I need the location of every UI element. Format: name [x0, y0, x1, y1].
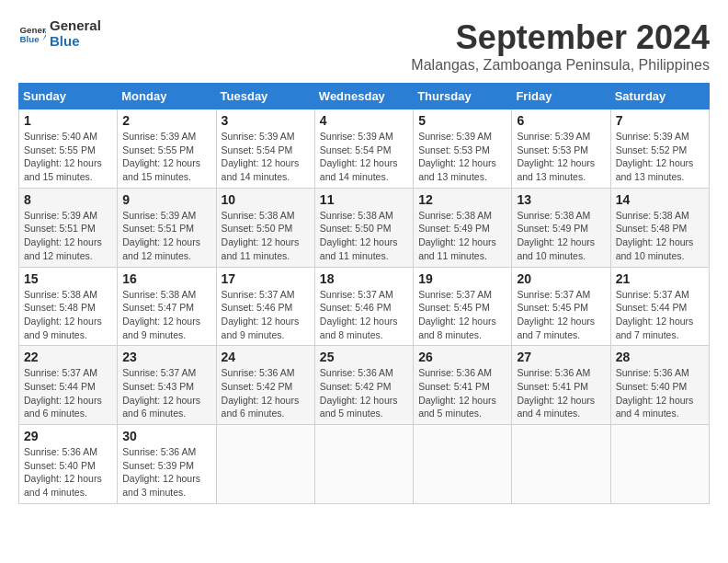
calendar-cell: 15 Sunrise: 5:38 AMSunset: 5:48 PMDaylig… — [19, 267, 118, 346]
svg-text:Blue: Blue — [20, 34, 40, 44]
svg-text:General: General — [20, 24, 47, 34]
calendar-cell: 27 Sunrise: 5:36 AMSunset: 5:41 PMDaylig… — [512, 346, 610, 425]
calendar-cell: 25 Sunrise: 5:36 AMSunset: 5:42 PMDaylig… — [314, 346, 413, 425]
day-info: Sunrise: 5:39 AMSunset: 5:54 PMDaylight:… — [320, 130, 408, 184]
calendar-cell: 28 Sunrise: 5:36 AMSunset: 5:40 PMDaylig… — [610, 346, 709, 425]
logo-text: GeneralBlue — [50, 18, 101, 49]
calendar-cell: 5 Sunrise: 5:39 AMSunset: 5:53 PMDayligh… — [414, 109, 512, 189]
day-number: 16 — [122, 271, 210, 286]
day-number: 14 — [616, 192, 704, 207]
day-number: 26 — [418, 350, 506, 364]
day-info: Sunrise: 5:38 AMSunset: 5:47 PMDaylight:… — [122, 288, 210, 342]
calendar-cell: 8 Sunrise: 5:39 AMSunset: 5:51 PMDayligh… — [19, 188, 118, 267]
day-info: Sunrise: 5:39 AMSunset: 5:55 PMDaylight:… — [122, 130, 210, 184]
column-header-saturday: Saturday — [610, 84, 709, 109]
day-info: Sunrise: 5:37 AMSunset: 5:43 PMDaylight:… — [122, 366, 210, 420]
calendar-cell: 2 Sunrise: 5:39 AMSunset: 5:55 PMDayligh… — [118, 109, 216, 189]
day-info: Sunrise: 5:37 AMSunset: 5:44 PMDaylight:… — [616, 288, 704, 342]
day-number: 18 — [320, 271, 408, 286]
day-number: 7 — [616, 113, 704, 128]
day-info: Sunrise: 5:39 AMSunset: 5:53 PMDaylight:… — [418, 130, 506, 184]
day-info: Sunrise: 5:38 AMSunset: 5:49 PMDaylight:… — [418, 209, 506, 263]
day-info: Sunrise: 5:39 AMSunset: 5:54 PMDaylight:… — [222, 130, 310, 184]
column-header-wednesday: Wednesday — [314, 84, 413, 109]
calendar-cell: 17 Sunrise: 5:37 AMSunset: 5:46 PMDaylig… — [216, 267, 314, 346]
calendar-cell: 20 Sunrise: 5:37 AMSunset: 5:45 PMDaylig… — [512, 267, 610, 346]
calendar-cell: 29 Sunrise: 5:36 AMSunset: 5:40 PMDaylig… — [19, 425, 118, 504]
day-info: Sunrise: 5:36 AMSunset: 5:42 PMDaylight:… — [222, 366, 310, 420]
logo: General Blue GeneralBlue — [18, 18, 101, 49]
calendar-week-3: 15 Sunrise: 5:38 AMSunset: 5:48 PMDaylig… — [19, 267, 710, 346]
day-info: Sunrise: 5:36 AMSunset: 5:42 PMDaylight:… — [320, 366, 408, 420]
calendar-cell: 11 Sunrise: 5:38 AMSunset: 5:50 PMDaylig… — [314, 188, 413, 267]
calendar-cell: 21 Sunrise: 5:37 AMSunset: 5:44 PMDaylig… — [610, 267, 709, 346]
day-info: Sunrise: 5:39 AMSunset: 5:52 PMDaylight:… — [616, 130, 704, 184]
calendar-cell: 9 Sunrise: 5:39 AMSunset: 5:51 PMDayligh… — [118, 188, 216, 267]
calendar-cell: 6 Sunrise: 5:39 AMSunset: 5:53 PMDayligh… — [512, 109, 610, 189]
day-info: Sunrise: 5:39 AMSunset: 5:51 PMDaylight:… — [122, 209, 210, 263]
calendar-header-row: SundayMondayTuesdayWednesdayThursdayFrid… — [19, 84, 710, 109]
day-info: Sunrise: 5:36 AMSunset: 5:41 PMDaylight:… — [418, 366, 506, 420]
day-number: 22 — [24, 350, 112, 364]
calendar-cell: 14 Sunrise: 5:38 AMSunset: 5:48 PMDaylig… — [610, 188, 709, 267]
calendar-cell: 13 Sunrise: 5:38 AMSunset: 5:49 PMDaylig… — [512, 188, 610, 267]
column-header-sunday: Sunday — [19, 84, 118, 109]
calendar-cell: 4 Sunrise: 5:39 AMSunset: 5:54 PMDayligh… — [314, 109, 413, 189]
day-info: Sunrise: 5:40 AMSunset: 5:55 PMDaylight:… — [24, 130, 112, 184]
day-number: 10 — [222, 192, 310, 207]
day-info: Sunrise: 5:37 AMSunset: 5:46 PMDaylight:… — [222, 288, 310, 342]
day-number: 2 — [122, 113, 210, 128]
calendar-cell — [610, 425, 709, 504]
day-info: Sunrise: 5:36 AMSunset: 5:40 PMDaylight:… — [24, 445, 112, 500]
day-info: Sunrise: 5:38 AMSunset: 5:48 PMDaylight:… — [616, 209, 704, 263]
location: Malangas, Zamboanga Peninsula, Philippin… — [411, 57, 710, 74]
calendar-cell — [314, 425, 413, 504]
day-number: 3 — [222, 113, 310, 128]
day-info: Sunrise: 5:36 AMSunset: 5:41 PMDaylight:… — [517, 366, 605, 420]
calendar-cell: 23 Sunrise: 5:37 AMSunset: 5:43 PMDaylig… — [118, 346, 216, 425]
day-info: Sunrise: 5:38 AMSunset: 5:48 PMDaylight:… — [24, 288, 112, 342]
calendar-cell: 10 Sunrise: 5:38 AMSunset: 5:50 PMDaylig… — [216, 188, 314, 267]
day-number: 27 — [517, 350, 605, 364]
month-title: September 2024 — [411, 18, 710, 57]
day-info: Sunrise: 5:37 AMSunset: 5:45 PMDaylight:… — [517, 288, 605, 342]
day-number: 9 — [122, 192, 210, 207]
day-number: 12 — [418, 192, 506, 207]
day-info: Sunrise: 5:39 AMSunset: 5:51 PMDaylight:… — [24, 209, 112, 263]
day-number: 23 — [122, 350, 210, 364]
day-number: 4 — [320, 113, 408, 128]
day-number: 13 — [517, 192, 605, 207]
column-header-tuesday: Tuesday — [216, 84, 314, 109]
calendar-cell: 16 Sunrise: 5:38 AMSunset: 5:47 PMDaylig… — [118, 267, 216, 346]
calendar-week-4: 22 Sunrise: 5:37 AMSunset: 5:44 PMDaylig… — [19, 346, 710, 425]
calendar-cell: 24 Sunrise: 5:36 AMSunset: 5:42 PMDaylig… — [216, 346, 314, 425]
day-number: 25 — [320, 350, 408, 364]
day-number: 8 — [24, 192, 112, 207]
calendar-week-1: 1 Sunrise: 5:40 AMSunset: 5:55 PMDayligh… — [19, 109, 710, 189]
day-number: 1 — [24, 113, 112, 128]
day-number: 15 — [24, 271, 112, 286]
page-header: General Blue GeneralBlue September 2024 … — [18, 18, 710, 74]
calendar-cell — [512, 425, 610, 504]
day-number: 29 — [24, 429, 112, 443]
calendar-cell: 19 Sunrise: 5:37 AMSunset: 5:45 PMDaylig… — [414, 267, 512, 346]
calendar-cell — [414, 425, 512, 504]
title-section: September 2024 Malangas, Zamboanga Penin… — [411, 18, 710, 74]
calendar-week-5: 29 Sunrise: 5:36 AMSunset: 5:40 PMDaylig… — [19, 425, 710, 504]
column-header-monday: Monday — [118, 84, 216, 109]
day-number: 30 — [122, 429, 210, 443]
day-info: Sunrise: 5:38 AMSunset: 5:49 PMDaylight:… — [517, 209, 605, 263]
day-info: Sunrise: 5:38 AMSunset: 5:50 PMDaylight:… — [222, 209, 310, 263]
calendar-cell — [216, 425, 314, 504]
calendar-cell: 7 Sunrise: 5:39 AMSunset: 5:52 PMDayligh… — [610, 109, 709, 189]
day-number: 11 — [320, 192, 408, 207]
calendar-table: SundayMondayTuesdayWednesdayThursdayFrid… — [18, 83, 710, 504]
logo-icon: General Blue — [18, 20, 46, 48]
day-info: Sunrise: 5:38 AMSunset: 5:50 PMDaylight:… — [320, 209, 408, 263]
day-info: Sunrise: 5:37 AMSunset: 5:45 PMDaylight:… — [418, 288, 506, 342]
day-info: Sunrise: 5:36 AMSunset: 5:39 PMDaylight:… — [122, 445, 210, 500]
column-header-friday: Friday — [512, 84, 610, 109]
day-info: Sunrise: 5:37 AMSunset: 5:44 PMDaylight:… — [24, 366, 112, 420]
calendar-cell: 3 Sunrise: 5:39 AMSunset: 5:54 PMDayligh… — [216, 109, 314, 189]
day-number: 21 — [616, 271, 704, 286]
